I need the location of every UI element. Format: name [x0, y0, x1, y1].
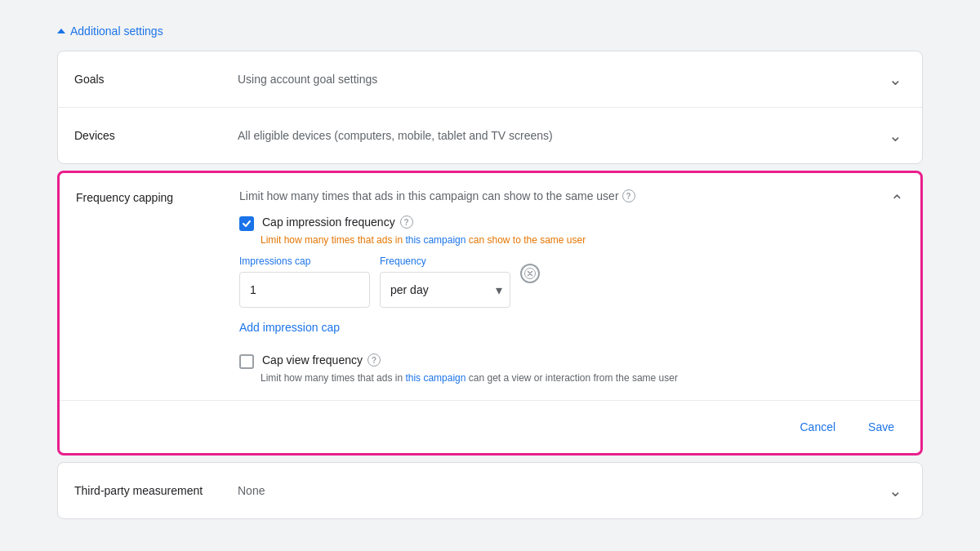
- third-party-value: None: [238, 484, 885, 497]
- goals-expand-button[interactable]: [885, 66, 906, 92]
- frequency-help-icon[interactable]: ?: [622, 189, 635, 202]
- chevron-down-icon: [889, 483, 902, 500]
- frequency-select-wrapper: per day per week per month ▾: [380, 272, 510, 308]
- cap-view-checkbox[interactable]: [239, 354, 254, 369]
- additional-settings-header[interactable]: Additional settings: [57, 24, 923, 38]
- remove-impression-cap-button[interactable]: [520, 264, 540, 283]
- frequency-capping-label: Frequency capping: [76, 189, 239, 204]
- goals-label: Goals: [74, 73, 238, 86]
- cap-view-row: Cap view frequency ?: [239, 353, 904, 369]
- additional-settings-title: Additional settings: [70, 24, 163, 38]
- chevron-down-icon: [889, 72, 902, 88]
- frequency-label: Frequency: [380, 256, 510, 267]
- chevron-up-icon: [890, 196, 904, 209]
- third-party-label: Third-party measurement: [74, 484, 238, 497]
- save-button[interactable]: Save: [858, 414, 904, 440]
- frequency-collapse-button[interactable]: [890, 189, 904, 211]
- devices-label: Devices: [74, 129, 238, 142]
- impressions-cap-input[interactable]: [239, 272, 370, 308]
- cap-view-help-icon[interactable]: ?: [368, 353, 381, 367]
- action-row: Cancel Save: [60, 400, 920, 453]
- goals-row: Goals Using account goal settings: [58, 51, 922, 108]
- cap-impression-help-icon[interactable]: ?: [400, 216, 413, 229]
- chevron-down-icon: [889, 128, 902, 144]
- cap-view-section: Cap view frequency ? Limit how many time…: [239, 353, 904, 384]
- frequency-header: Frequency capping Limit how many times t…: [60, 173, 920, 216]
- devices-row: Devices All eligible devices (computers,…: [58, 108, 922, 163]
- cancel-button[interactable]: Cancel: [790, 414, 845, 440]
- checkmark-icon: [242, 219, 252, 229]
- cap-view-sublabel: Limit how many times that ads in this ca…: [261, 372, 904, 384]
- third-party-card: Third-party measurement None: [57, 462, 923, 519]
- impressions-cap-group: Impressions cap: [239, 256, 370, 308]
- third-party-row: Third-party measurement None: [58, 463, 922, 518]
- close-icon: [524, 268, 536, 279]
- frequency-content: Limit how many times that ads in this ca…: [239, 189, 890, 216]
- frequency-body: Cap impression frequency ? Limit how man…: [60, 216, 920, 400]
- cap-impression-checkbox[interactable]: [239, 216, 254, 231]
- devices-value: All eligible devices (computers, mobile,…: [238, 129, 885, 142]
- third-party-expand-button[interactable]: [885, 478, 906, 504]
- cap-view-label: Cap view frequency ?: [262, 353, 381, 367]
- devices-expand-button[interactable]: [885, 122, 906, 149]
- cap-impression-section: Cap impression frequency ? Limit how man…: [239, 216, 904, 334]
- cap-impression-label: Cap impression frequency ?: [262, 216, 413, 229]
- frequency-description: Limit how many times that ads in this ca…: [239, 189, 890, 202]
- frequency-capping-card: Frequency capping Limit how many times t…: [57, 171, 923, 455]
- frequency-select[interactable]: per day per week per month: [380, 272, 510, 308]
- chevron-up-icon: [57, 29, 65, 33]
- goals-devices-card: Goals Using account goal settings Device…: [57, 51, 923, 164]
- impressions-cap-label: Impressions cap: [239, 256, 370, 267]
- cap-impression-row: Cap impression frequency ?: [239, 216, 904, 231]
- frequency-group: Frequency per day per week per month ▾: [380, 256, 510, 308]
- cap-impression-sublabel: Limit how many times that ads in this ca…: [261, 234, 904, 246]
- goals-value: Using account goal settings: [238, 73, 885, 86]
- impressions-fields-row: Impressions cap Frequency per day per we…: [239, 256, 904, 308]
- add-impression-cap-link[interactable]: Add impression cap: [239, 321, 340, 334]
